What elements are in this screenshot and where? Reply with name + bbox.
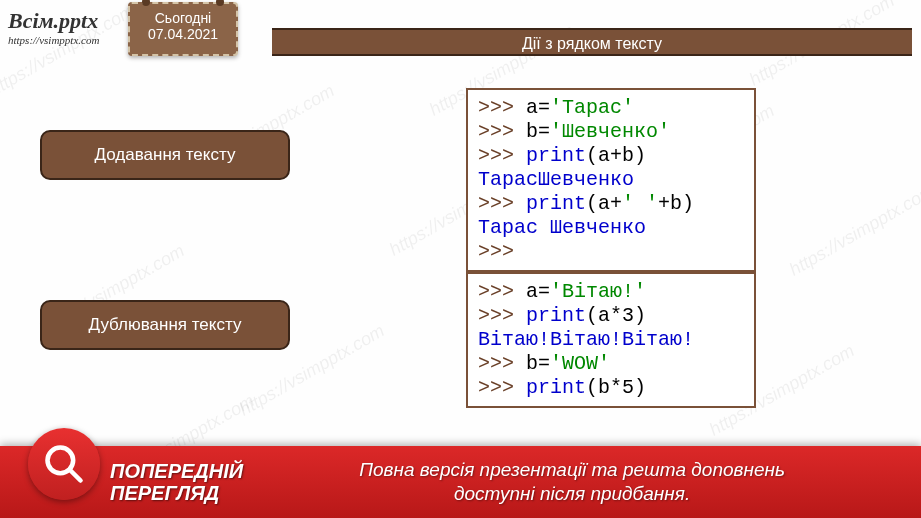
- date-value: 07.04.2021: [134, 26, 232, 42]
- watermark-layer: https://vsimpptx.com https://vsimpptx.co…: [0, 0, 921, 518]
- label-dup-text: Дублювання тексту: [40, 300, 290, 350]
- preview-label: ПОПЕРЕДНІЙ ПЕРЕГЛЯД: [110, 460, 243, 504]
- logo-url: https://vsimpptx.com: [8, 34, 99, 46]
- date-tag: Сьогодні 07.04.2021: [128, 2, 238, 56]
- slide-title: Дії з рядком тексту: [272, 28, 912, 56]
- code-block-concat: >>> a='Тарас' >>> b='Шевченко' >>> print…: [466, 88, 756, 272]
- label-add-text: Додавання тексту: [40, 130, 290, 180]
- code-block-repeat: >>> a='Вітаю!' >>> print(a*3) Вітаю!Віта…: [466, 272, 756, 408]
- logo: Всім.pptx https://vsimpptx.com: [8, 8, 99, 46]
- svg-line-1: [70, 470, 81, 481]
- date-label: Сьогодні: [134, 10, 232, 26]
- preview-message: Повна версія презентації та решта доповн…: [243, 458, 921, 506]
- preview-banner: ПОПЕРЕДНІЙ ПЕРЕГЛЯД Повна версія презент…: [0, 446, 921, 518]
- logo-name: Всім.pptx: [8, 8, 99, 34]
- magnifier-icon: [28, 428, 100, 500]
